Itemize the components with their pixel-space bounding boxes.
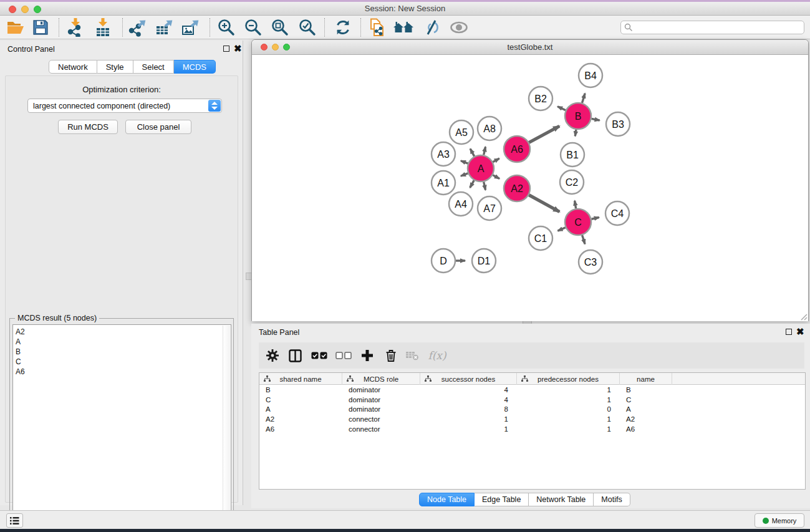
- memory-button[interactable]: Memory: [755, 513, 804, 528]
- cell-shared-name[interactable]: B: [259, 386, 342, 394]
- float-panel-icon[interactable]: [223, 46, 229, 52]
- export-image-icon[interactable]: [180, 17, 201, 37]
- table-row[interactable]: Adominator80A: [259, 404, 805, 414]
- node-table[interactable]: shared nameMCDS rolesuccessor nodesprede…: [259, 372, 806, 490]
- cell-MCDS-role[interactable]: dominator: [342, 405, 420, 413]
- cell-successor-nodes[interactable]: 4: [420, 386, 517, 394]
- edge-A-A4[interactable]: [470, 180, 475, 188]
- delete-column-trash-icon[interactable]: [382, 347, 400, 364]
- edge-A-A5[interactable]: [470, 148, 474, 156]
- result-list-item[interactable]: A: [13, 337, 231, 347]
- table-row[interactable]: A2connector11A2: [259, 414, 805, 424]
- network-window-titlebar[interactable]: testGlobe.txt: [252, 40, 808, 55]
- edge-B-B4[interactable]: [582, 94, 585, 103]
- minimize-window-button[interactable]: [21, 6, 29, 13]
- edge-B-B1[interactable]: [575, 130, 576, 137]
- save-session-icon[interactable]: [30, 17, 51, 37]
- tab-edge-table[interactable]: Edge Table: [475, 493, 529, 506]
- node-A2[interactable]: A2: [504, 175, 530, 201]
- import-table-icon[interactable]: [92, 17, 113, 37]
- cell-predecessor-nodes[interactable]: 1: [517, 396, 620, 404]
- node-B3[interactable]: B3: [606, 112, 630, 136]
- close-table-panel-icon[interactable]: ✖: [796, 326, 804, 337]
- edge-A-A8[interactable]: [484, 147, 486, 155]
- cell-predecessor-nodes[interactable]: 1: [517, 386, 620, 394]
- tab-motifs[interactable]: Motifs: [594, 493, 630, 506]
- zoom-fit-icon[interactable]: [269, 17, 291, 37]
- node-B2[interactable]: B2: [529, 87, 552, 110]
- column-header-name[interactable]: name: [620, 373, 672, 385]
- node-C4[interactable]: C4: [605, 201, 629, 225]
- cell-shared-name[interactable]: A6: [259, 425, 342, 433]
- node-C3[interactable]: C3: [579, 250, 602, 274]
- cell-MCDS-role[interactable]: dominator: [342, 386, 420, 394]
- edge-C-C3[interactable]: [582, 235, 585, 244]
- cell-MCDS-role[interactable]: dominator: [342, 396, 420, 404]
- table-row[interactable]: Cdominator41C: [259, 395, 805, 405]
- resize-grip-icon[interactable]: [799, 312, 808, 321]
- edge-A-A2[interactable]: [493, 175, 499, 179]
- network-graph[interactable]: B4B2BB3A8A5A6A3B1AA1C2A2A4A7C4CC1DD1C3: [252, 56, 808, 321]
- zoom-out-icon[interactable]: [243, 17, 264, 37]
- node-C1[interactable]: C1: [529, 226, 552, 250]
- zoom-in-icon[interactable]: [216, 17, 237, 37]
- cell-successor-nodes[interactable]: 8: [420, 405, 517, 413]
- mcds-result-list[interactable]: A2ABCA6: [12, 324, 231, 527]
- column-header-shared-name[interactable]: shared name: [259, 373, 342, 385]
- cell-shared-name[interactable]: A2: [259, 415, 342, 423]
- close-panel-icon[interactable]: ✖: [234, 43, 242, 54]
- cell-successor-nodes[interactable]: 4: [420, 396, 517, 404]
- node-B1[interactable]: B1: [561, 143, 584, 167]
- edge-A-A7[interactable]: [484, 181, 486, 190]
- edge-A-A1[interactable]: [461, 173, 468, 176]
- node-B[interactable]: B: [565, 103, 591, 129]
- close-window-button[interactable]: [9, 6, 16, 13]
- cell-name[interactable]: A6: [620, 425, 672, 433]
- node-D[interactable]: D: [432, 249, 455, 273]
- delete-table-icon[interactable]: [404, 347, 422, 364]
- column-header-successor-nodes[interactable]: successor nodes: [420, 373, 517, 385]
- cell-shared-name[interactable]: C: [259, 396, 342, 404]
- result-list-scrollbar[interactable]: [223, 326, 230, 527]
- cell-shared-name[interactable]: A: [259, 405, 342, 413]
- node-A4[interactable]: A4: [449, 192, 473, 216]
- result-list-item[interactable]: A2: [13, 327, 231, 337]
- create-column-plus-icon[interactable]: [359, 347, 376, 364]
- run-mcds-button[interactable]: Run MCDS: [58, 120, 118, 134]
- cell-predecessor-nodes[interactable]: 1: [517, 415, 620, 423]
- zoom-selected-icon[interactable]: [297, 17, 318, 37]
- table-row[interactable]: Bdominator41B: [259, 385, 805, 395]
- cell-MCDS-role[interactable]: connector: [342, 425, 420, 433]
- node-A1[interactable]: A1: [432, 171, 455, 195]
- node-A6[interactable]: A6: [504, 136, 530, 162]
- node-A5[interactable]: A5: [450, 120, 473, 144]
- export-table-icon[interactable]: [153, 17, 175, 37]
- edge-C-C4[interactable]: [591, 218, 599, 220]
- zoom-window-button[interactable]: [34, 6, 41, 13]
- node-A[interactable]: A: [468, 155, 494, 181]
- table-settings-gear-icon[interactable]: [264, 347, 281, 364]
- node-A3[interactable]: A3: [432, 142, 455, 166]
- select-all-columns-icon[interactable]: [311, 347, 328, 364]
- function-builder-button[interactable]: f(x): [428, 347, 446, 364]
- criterion-dropdown[interactable]: largest connected component (directed): [27, 99, 222, 113]
- show-columns-icon[interactable]: [286, 347, 304, 364]
- result-list-item[interactable]: A6: [13, 367, 231, 377]
- node-C2[interactable]: C2: [560, 170, 584, 194]
- result-list-item[interactable]: B: [13, 347, 231, 357]
- cell-name[interactable]: B: [620, 386, 672, 394]
- cell-predecessor-nodes[interactable]: 0: [517, 405, 620, 413]
- edge-C-C2[interactable]: [575, 201, 576, 209]
- close-network-button[interactable]: [261, 44, 268, 51]
- edge-B-B3[interactable]: [592, 118, 600, 120]
- node-B4[interactable]: B4: [579, 64, 602, 87]
- node-A8[interactable]: A8: [478, 117, 501, 140]
- tab-node-table[interactable]: Node Table: [419, 493, 475, 506]
- refresh-icon[interactable]: [332, 17, 354, 37]
- tab-style[interactable]: Style: [97, 60, 133, 74]
- network-canvas[interactable]: B4B2BB3A8A5A6A3B1AA1C2A2A4A7C4CC1DD1C3: [252, 56, 808, 321]
- tab-mcds[interactable]: MCDS: [174, 60, 216, 74]
- node-C[interactable]: C: [565, 209, 591, 235]
- cell-MCDS-role[interactable]: connector: [342, 415, 420, 423]
- search-input[interactable]: [636, 22, 801, 33]
